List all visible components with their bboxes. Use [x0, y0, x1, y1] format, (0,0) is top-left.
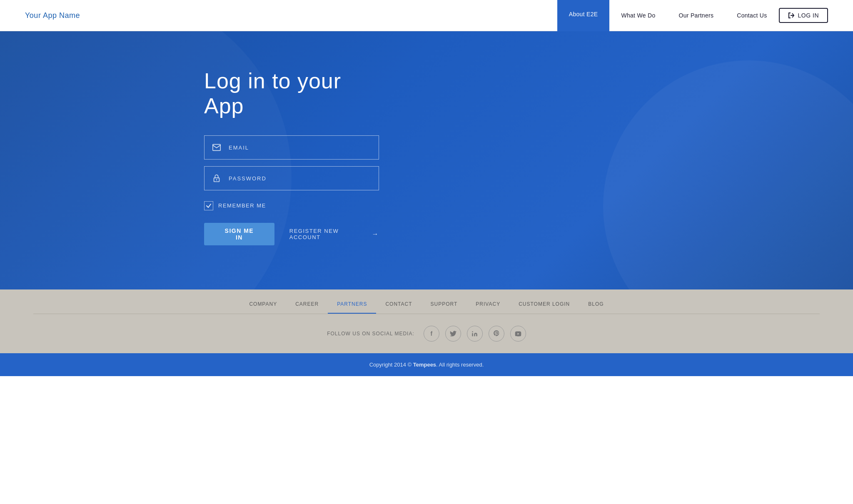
nav-item-partners[interactable]: Our Partners: [667, 0, 726, 31]
footer-copyright: Copyright 2014 © Tempees. All rights res…: [0, 353, 853, 376]
footer-nav-support[interactable]: SUPPORT: [422, 301, 467, 314]
lock-icon: [212, 174, 221, 183]
email-icon: [205, 143, 229, 152]
linkedin-icon: [471, 331, 478, 337]
login-button[interactable]: LOG IN: [779, 8, 828, 23]
twitter-icon: [450, 331, 456, 337]
app-logo: Your App Name: [25, 11, 80, 20]
hero-section: Log in to your App: [0, 31, 853, 289]
footer-nav-partners[interactable]: PARTNERS: [328, 301, 376, 314]
linkedin-button[interactable]: [467, 326, 483, 342]
remember-me-checkbox[interactable]: [204, 201, 213, 210]
remember-me-label: REMEMBER ME: [218, 202, 266, 209]
svg-point-2: [216, 179, 217, 180]
footer-nav-blog[interactable]: BLOG: [579, 301, 613, 314]
youtube-icon: [515, 331, 521, 337]
envelope-icon: [212, 143, 221, 152]
register-link[interactable]: REGISTER NEW ACCOUNT →: [289, 228, 379, 240]
email-input-group: [204, 135, 379, 160]
main-nav: About E2E What We Do Our Partners Contac…: [557, 0, 828, 31]
login-title: Log in to your App: [204, 69, 379, 119]
password-input-group: [204, 166, 379, 190]
social-row: FOLLOW US ON SOCIAL MEDIA: f: [0, 314, 853, 353]
form-actions: SIGN ME IN REGISTER NEW ACCOUNT →: [204, 223, 379, 245]
footer-nav-contact[interactable]: CONTACT: [376, 301, 421, 314]
password-icon: [205, 174, 229, 183]
arrow-right-icon: →: [372, 230, 379, 238]
footer-nav-company[interactable]: COMPANY: [240, 301, 286, 314]
facebook-icon: f: [430, 330, 432, 337]
copyright-text: Copyright 2014 © Tempees. All rights res…: [369, 362, 484, 368]
nav-item-what[interactable]: What We Do: [609, 0, 667, 31]
facebook-button[interactable]: f: [424, 326, 439, 342]
email-field[interactable]: [229, 144, 379, 151]
sign-in-button[interactable]: SIGN ME IN: [204, 223, 274, 245]
svg-point-3: [472, 331, 474, 332]
pinterest-icon: [494, 330, 499, 337]
nav-item-contact[interactable]: Contact Us: [725, 0, 778, 31]
register-label: REGISTER NEW ACCOUNT: [289, 228, 369, 240]
login-icon: [788, 12, 795, 19]
pinterest-button[interactable]: [489, 326, 504, 342]
youtube-button[interactable]: [510, 326, 526, 342]
remember-me-row: REMEMBER ME: [204, 201, 379, 210]
header: Your App Name About E2E What We Do Our P…: [0, 0, 853, 31]
footer-nav-career[interactable]: CAREER: [286, 301, 328, 314]
checkmark-icon: [206, 203, 212, 209]
footer-nav-privacy[interactable]: PRIVACY: [466, 301, 509, 314]
footer: COMPANY CAREER PARTNERS CONTACT SUPPORT …: [0, 289, 853, 376]
footer-nav-customer-login[interactable]: CUSTOMER LOGIN: [509, 301, 579, 314]
twitter-button[interactable]: [445, 326, 461, 342]
footer-nav: COMPANY CAREER PARTNERS CONTACT SUPPORT …: [0, 289, 853, 314]
password-field[interactable]: [229, 175, 379, 182]
social-label: FOLLOW US ON SOCIAL MEDIA:: [327, 331, 414, 337]
login-form: Log in to your App: [204, 69, 379, 245]
nav-item-about[interactable]: About E2E: [557, 0, 610, 31]
